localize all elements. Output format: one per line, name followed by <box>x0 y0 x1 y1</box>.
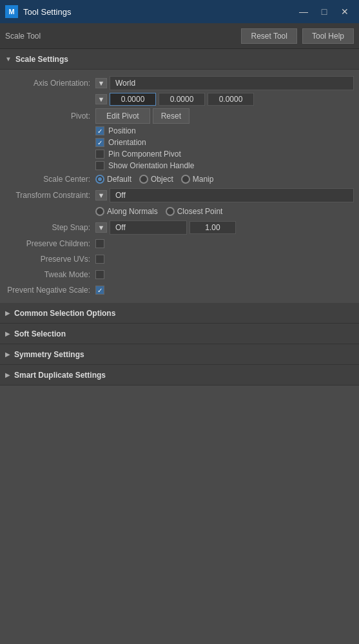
tweak-mode-label: Tweak Mode: <box>5 270 95 279</box>
default-radio-label: Default <box>107 175 131 184</box>
along-normals-radio[interactable]: Along Normals <box>95 207 158 216</box>
common-selection-arrow: ▶ <box>5 309 10 317</box>
step-snap-row: Step Snap: ▼ Off <box>0 219 359 236</box>
preserve-children-checkbox[interactable] <box>95 239 104 248</box>
closest-point-radio-circle <box>166 207 175 216</box>
section-collapse-arrow: ▼ <box>5 55 12 63</box>
show-orientation-checkbox[interactable] <box>95 161 104 170</box>
position-checkbox-row: Position <box>0 125 359 137</box>
pin-component-checkbox-row: Pin Component Pivot <box>0 148 359 160</box>
step-snap-value: ▼ Off <box>95 220 354 235</box>
orientation-checkbox[interactable] <box>95 138 104 147</box>
app-icon: M <box>5 5 18 18</box>
section-title: Scale Settings <box>15 55 68 64</box>
scale-settings-header[interactable]: ▼ Scale Settings <box>0 49 359 70</box>
transform-constraint-row: Transform Constraint: ▼ Off <box>0 187 359 204</box>
collapsed-sections: ▶ Common Selection Options ▶ Soft Select… <box>0 303 359 385</box>
step-snap-number-input[interactable] <box>189 221 236 234</box>
smart-duplicate-section[interactable]: ▶ Smart Duplicate Settings <box>0 365 359 385</box>
edit-pivot-button[interactable]: Edit Pivot <box>95 108 150 124</box>
tweak-mode-cb-wrap <box>95 270 354 279</box>
closest-point-label: Closest Point <box>177 207 223 216</box>
transform-constraint-display[interactable]: Off <box>110 188 354 202</box>
minimize-button[interactable]: — <box>295 4 313 19</box>
default-radio[interactable]: Default <box>95 175 131 184</box>
step-snap-label: Step Snap: <box>5 223 95 232</box>
xyz-inputs: ▼ <box>95 93 354 106</box>
axis-orientation-dropdown-arrow[interactable]: ▼ <box>95 78 107 88</box>
preserve-uvs-cb-wrap <box>95 255 354 264</box>
xyz-values-row: ▼ <box>0 92 359 107</box>
transform-constraint-dropdown-arrow[interactable]: ▼ <box>95 190 107 200</box>
manip-radio[interactable]: Manip <box>181 175 214 184</box>
z-input[interactable] <box>208 93 254 106</box>
window-title: Tool Settings <box>23 7 289 17</box>
prevent-negative-cb-wrap <box>95 286 354 295</box>
pin-component-label: Pin Component Pivot <box>108 150 181 159</box>
scale-center-row: Scale Center: Default Object Manip <box>0 171 359 187</box>
pivot-row: Pivot: Edit Pivot Reset <box>0 107 359 125</box>
preserve-children-row: Preserve Children: <box>0 236 359 251</box>
preserve-children-label: Preserve Children: <box>5 239 95 248</box>
smart-duplicate-arrow: ▶ <box>5 371 10 378</box>
normals-radios: Along Normals Closest Point <box>95 207 354 216</box>
soft-selection-arrow: ▶ <box>5 330 10 337</box>
orientation-checkbox-row: Orientation <box>0 137 359 148</box>
transform-constraint-value: ▼ Off <box>95 188 354 202</box>
orientation-label: Orientation <box>108 138 146 147</box>
scale-center-radio-group: Default Object Manip <box>95 175 213 184</box>
axis-orientation-display[interactable]: World <box>110 76 354 90</box>
xyz-dropdown-arrow[interactable]: ▼ <box>95 94 107 104</box>
prevent-negative-checkbox[interactable] <box>95 286 104 295</box>
position-checkbox[interactable] <box>95 126 104 135</box>
show-orientation-checkbox-row: Show Orientation Handle <box>0 160 359 171</box>
common-selection-label: Common Selection Options <box>14 309 115 318</box>
prevent-negative-row: Prevent Negative Scale: <box>0 282 359 298</box>
y-input[interactable] <box>159 93 205 106</box>
manip-radio-label: Manip <box>193 175 214 184</box>
object-radio-label: Object <box>151 175 173 184</box>
tool-name: Scale Tool <box>5 32 236 41</box>
object-radio-circle <box>139 175 148 184</box>
step-snap-dropdown-arrow[interactable]: ▼ <box>95 222 107 233</box>
main-content: ▼ Scale Settings Axis Orientation: ▼ Wor… <box>0 49 359 385</box>
normals-radio-group: Along Normals Closest Point <box>95 207 222 216</box>
scale-center-label: Scale Center: <box>5 175 95 184</box>
x-input[interactable] <box>110 93 156 106</box>
pivot-reset-button[interactable]: Reset <box>153 108 189 124</box>
preserve-children-cb-wrap <box>95 239 354 248</box>
manip-radio-circle <box>181 175 190 184</box>
preserve-uvs-checkbox[interactable] <box>95 255 104 264</box>
maximize-button[interactable]: □ <box>315 4 333 19</box>
symmetry-settings-label: Symmetry Settings <box>14 350 84 359</box>
along-normals-label: Along Normals <box>107 207 158 216</box>
step-snap-display[interactable]: Off <box>110 220 187 235</box>
preserve-uvs-row: Preserve UVs: <box>0 251 359 267</box>
symmetry-settings-arrow: ▶ <box>5 351 10 358</box>
close-button[interactable]: ✕ <box>336 4 354 19</box>
default-radio-circle <box>95 175 104 184</box>
symmetry-settings-section[interactable]: ▶ Symmetry Settings <box>0 344 359 365</box>
transform-constraint-label: Transform Constraint: <box>5 191 95 200</box>
show-orientation-label: Show Orientation Handle <box>108 161 194 170</box>
smart-duplicate-label: Smart Duplicate Settings <box>14 371 106 380</box>
position-label: Position <box>108 126 136 135</box>
common-selection-section[interactable]: ▶ Common Selection Options <box>0 303 359 324</box>
closest-point-radio[interactable]: Closest Point <box>166 207 223 216</box>
object-radio[interactable]: Object <box>139 175 173 184</box>
tweak-mode-checkbox[interactable] <box>95 270 104 279</box>
along-normals-radio-circle <box>95 207 104 216</box>
pivot-buttons: Edit Pivot Reset <box>95 108 189 124</box>
pivot-label: Pivot: <box>5 112 95 121</box>
reset-tool-button[interactable]: Reset Tool <box>241 28 296 44</box>
prevent-negative-label: Prevent Negative Scale: <box>5 286 95 295</box>
tool-help-button[interactable]: Tool Help <box>302 28 354 44</box>
window-controls: — □ ✕ <box>295 4 354 19</box>
soft-selection-section[interactable]: ▶ Soft Selection <box>0 324 359 344</box>
axis-orientation-value: ▼ World <box>95 76 354 90</box>
axis-orientation-label: Axis Orientation: <box>5 79 95 88</box>
pin-component-checkbox[interactable] <box>95 150 104 159</box>
preserve-uvs-label: Preserve UVs: <box>5 255 95 264</box>
scale-center-radios: Default Object Manip <box>95 175 354 184</box>
normals-row: Along Normals Closest Point <box>0 204 359 219</box>
